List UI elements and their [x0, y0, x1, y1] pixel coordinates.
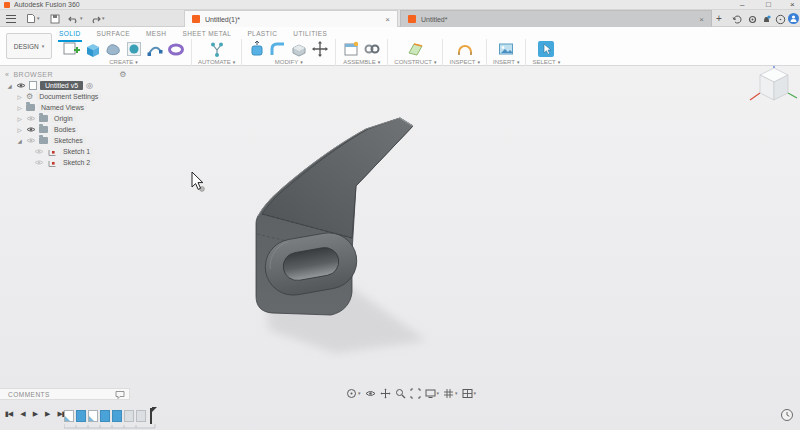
select-button[interactable] [537, 40, 555, 58]
app-menu-button[interactable] [6, 13, 16, 24]
browser-settings-icon[interactable]: ⚙ [119, 71, 127, 79]
group-label-automate[interactable]: AUTOMATE▾ [198, 59, 235, 66]
tab-label: Untitled* [421, 16, 447, 23]
zoom-button[interactable] [395, 388, 406, 399]
extensions-button[interactable] [746, 13, 758, 25]
display-settings-button[interactable]: ▾ [425, 388, 440, 399]
tab-close-icon[interactable]: × [385, 15, 390, 24]
collapsed-arrow-icon[interactable]: ▷ [16, 94, 23, 100]
box-primitive-button[interactable] [83, 40, 101, 58]
grid-button[interactable]: ▾ [443, 388, 458, 399]
browser-root-row[interactable]: ◢ Untitled v5 ◎ [2, 80, 130, 91]
browser-row-sketches[interactable]: ◢ Sketches [2, 135, 130, 146]
collapsed-arrow-icon[interactable]: ▷ [16, 127, 23, 133]
construction-plane-button[interactable] [406, 40, 424, 58]
maximize-button[interactable]: □ [766, 0, 771, 10]
job-status-clock-icon[interactable] [780, 408, 794, 422]
new-tab-button[interactable]: + [716, 13, 722, 24]
visibility-off-icon[interactable] [26, 137, 36, 144]
timeline-sketch-feature[interactable] [88, 410, 98, 422]
expanded-arrow-icon[interactable]: ◢ [6, 83, 13, 89]
look-at-button[interactable] [365, 388, 376, 399]
joint-button[interactable] [363, 40, 381, 58]
shell-button[interactable] [290, 40, 308, 58]
group-label-insert[interactable]: INSERT▾ [493, 59, 519, 66]
close-button[interactable]: × [790, 0, 795, 10]
visibility-off-icon[interactable] [34, 148, 44, 155]
group-label-assemble[interactable]: ASSEMBLE▾ [343, 59, 380, 66]
collapsed-arrow-icon[interactable]: ▷ [16, 105, 23, 111]
undo-button[interactable]: ▾ [68, 13, 83, 24]
comments-bar[interactable]: COMMENTS [0, 388, 130, 400]
minimize-button[interactable]: – [740, 0, 744, 10]
sketch-icon [47, 147, 57, 157]
move-button[interactable] [311, 40, 329, 58]
visibility-icon[interactable] [26, 126, 36, 133]
job-status-button[interactable] [731, 13, 743, 25]
group-label-modify[interactable]: MODIFY▾ [275, 59, 303, 66]
group-create: CREATE▾ [56, 39, 192, 66]
timeline-features [64, 408, 152, 424]
pipe-button[interactable] [146, 40, 164, 58]
timeline-extrude-feature[interactable] [76, 410, 86, 422]
collapse-panel-icon[interactable]: « [5, 71, 9, 78]
step-back-button[interactable]: ◀ [20, 410, 24, 418]
timeline-feature[interactable] [136, 410, 146, 422]
pan-button[interactable] [380, 388, 391, 399]
notifications-button[interactable] [760, 13, 772, 25]
tab-close-icon[interactable]: × [699, 15, 704, 24]
browser-row-sketch2[interactable]: Sketch 2 [2, 157, 130, 168]
browser-row-document-settings[interactable]: ▷ ⚙ Document Settings [2, 91, 130, 102]
insert-decal-button[interactable] [497, 40, 515, 58]
user-avatar[interactable] [788, 13, 799, 24]
fusion360-window: Autodesk Fusion 360 – □ × ▾ ▾ ▾ Untitled… [0, 0, 800, 430]
group-label-select[interactable]: SELECT▾ [532, 59, 560, 66]
fillet-button[interactable] [269, 40, 287, 58]
folder-icon [26, 104, 35, 111]
timeline-playhead[interactable] [150, 408, 152, 424]
expanded-arrow-icon[interactable]: ◢ [16, 138, 23, 144]
save-button[interactable] [50, 13, 60, 24]
visibility-icon[interactable] [16, 82, 26, 89]
timeline-bar: ▮◀ ◀ ▶ ▶ ▶▮ [0, 404, 800, 430]
step-forward-button[interactable]: ▶ [45, 410, 49, 418]
timeline-sketch-feature[interactable] [64, 410, 74, 422]
coil-button[interactable] [167, 40, 185, 58]
visibility-off-icon[interactable] [26, 115, 36, 122]
browser-row-sketch1[interactable]: Sketch 1 [2, 146, 130, 157]
render-sphere-button[interactable] [125, 40, 143, 58]
group-select: SELECT▾ [526, 39, 566, 66]
measure-button[interactable] [456, 40, 474, 58]
workspace-selector-button[interactable]: DESIGN ▾ [6, 33, 52, 59]
browser-row-origin[interactable]: ▷ Origin [2, 113, 130, 124]
play-button[interactable]: ▶ [33, 410, 37, 418]
redo-button[interactable]: ▾ [90, 13, 105, 24]
group-label-create[interactable]: CREATE▾ [109, 59, 137, 66]
browser-row-named-views[interactable]: ▷ Named Views [2, 102, 130, 113]
create-sketch-button[interactable] [62, 40, 80, 58]
new-component-button[interactable] [342, 40, 360, 58]
group-label-inspect[interactable]: INSPECT▾ [449, 59, 480, 66]
file-menu-button[interactable]: ▾ [26, 13, 40, 24]
tab-untitled-1[interactable]: Untitled(1)* × [184, 10, 398, 27]
ribbon-groups: CREATE▾ AUTOMATE▾ MODIFY▾ [56, 39, 566, 66]
tab-untitled-2[interactable]: Untitled* × [400, 10, 712, 27]
group-label-construct[interactable]: CONSTRUCT▾ [394, 59, 436, 66]
timeline-extrude-feature[interactable] [100, 410, 110, 422]
orbit-button[interactable]: ▾ [346, 388, 361, 399]
press-pull-button[interactable] [248, 40, 266, 58]
file-icon [26, 13, 36, 24]
help-button[interactable] [774, 13, 786, 25]
timeline-extrude-feature[interactable] [112, 410, 122, 422]
root-component-label[interactable]: Untitled v5 [40, 81, 83, 90]
timeline-feature[interactable] [124, 410, 134, 422]
form-button[interactable] [104, 40, 122, 58]
automate-button[interactable] [208, 40, 226, 58]
collapsed-arrow-icon[interactable]: ▷ [16, 116, 23, 122]
browser-row-bodies[interactable]: ▷ Bodies [2, 124, 130, 135]
visibility-off-icon[interactable] [34, 159, 44, 166]
activate-component-radio[interactable]: ◎ [86, 81, 93, 90]
skip-to-start-button[interactable]: ▮◀ [5, 410, 12, 418]
viewports-button[interactable]: ▾ [462, 388, 477, 399]
fit-button[interactable] [410, 388, 421, 399]
